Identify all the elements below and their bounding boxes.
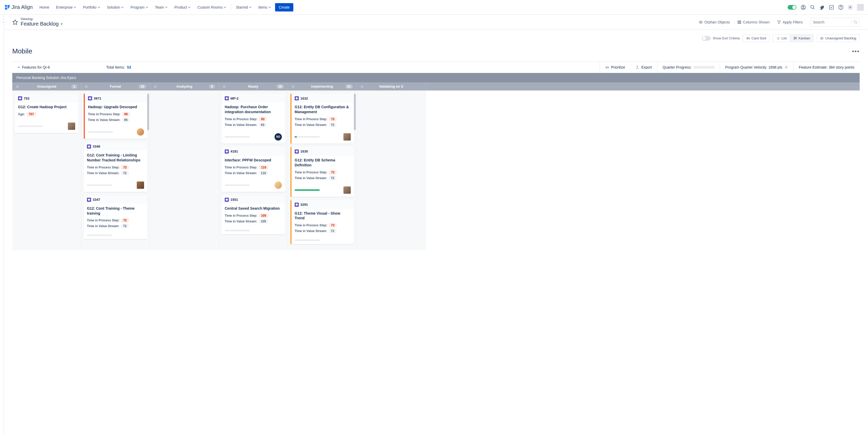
progress-bar xyxy=(225,136,250,138)
feature-card[interactable]: MP-2Hadoop: Purchase Order integration d… xyxy=(222,94,285,144)
checklist-icon[interactable] xyxy=(829,5,834,10)
column-header-funnel[interactable]: Funnel13 xyxy=(81,82,150,91)
feature-card[interactable]: 1551Central Saved Search MigrationTime i… xyxy=(222,195,285,234)
exit-criteria-label: Show Exit Criteria xyxy=(713,36,740,40)
apply-filters-button[interactable]: Apply Filters xyxy=(777,20,803,24)
search-input[interactable] xyxy=(810,18,860,27)
swimlane-header[interactable]: Personal Banking Solution Jira Epics xyxy=(12,73,860,82)
column-header-ready[interactable]: Ready18 xyxy=(219,82,288,91)
tivs-value: 95 xyxy=(122,118,130,122)
velocity-settings-icon[interactable] xyxy=(784,65,788,69)
owner-avatar[interactable] xyxy=(68,123,75,130)
search-icon[interactable] xyxy=(810,5,815,10)
view-name-dropdown[interactable]: Feature Backlog▼ xyxy=(21,21,63,27)
compress-icon[interactable] xyxy=(154,85,157,88)
nav-label: Home xyxy=(39,5,49,9)
favorite-star-button[interactable] xyxy=(12,19,18,25)
secondary-nav: Starred Items Create xyxy=(233,3,293,11)
export-button[interactable]: Export xyxy=(630,62,657,72)
feature-card[interactable]: 3347G12: Cont Training - Theme trainingT… xyxy=(84,195,147,239)
account-icon[interactable] xyxy=(801,5,806,10)
velocity-label: Program Quarter Velocity: 1898 pts xyxy=(725,65,782,69)
nav-program[interactable]: Program xyxy=(128,3,151,11)
feature-estimate: Feature Estimate: 384 story points xyxy=(794,62,860,72)
scrollbar[interactable] xyxy=(354,94,356,130)
tivs-value: 93 xyxy=(259,123,267,127)
scrollbar[interactable] xyxy=(147,94,149,130)
columns-shown-button[interactable]: Columns Shown xyxy=(737,20,770,24)
svg-point-15 xyxy=(822,38,823,39)
feature-card[interactable]: 3346G12: Cont Training - Limiting Number… xyxy=(84,142,147,192)
collapse-button[interactable]: − xyxy=(18,65,20,70)
feature-card[interactable]: 1632G12: Entity DB Configuration & Manag… xyxy=(290,94,354,144)
column-header-validating-on-s[interactable]: Validating on S xyxy=(357,82,426,91)
orphan-objects-button[interactable]: Orphan Objects xyxy=(699,20,730,24)
nav-starred[interactable]: Starred xyxy=(233,3,254,11)
column-header-unassigned[interactable]: Unassigned1 xyxy=(12,82,81,91)
owner-avatar[interactable] xyxy=(343,133,351,140)
user-avatar[interactable] xyxy=(857,4,864,11)
rail-expand-button[interactable]: › xyxy=(1,19,6,25)
presence-toggle[interactable] xyxy=(787,5,797,10)
nav-product[interactable]: Product xyxy=(172,3,193,11)
card-header: 3347 xyxy=(84,195,147,204)
card-footer xyxy=(222,228,285,234)
nav-portfolio[interactable]: Portfolio xyxy=(81,3,102,11)
compress-icon[interactable] xyxy=(291,85,294,88)
column-header-implementing[interactable]: Implementing21 xyxy=(288,82,357,91)
subheader: Viewing: Feature Backlog▼ Orphan Objects… xyxy=(4,14,868,30)
kanban-view-button[interactable]: Kanban xyxy=(790,34,814,42)
owner-avatar[interactable] xyxy=(343,187,351,194)
compress-icon[interactable] xyxy=(223,85,226,88)
progress-bar xyxy=(18,126,43,127)
card-footer xyxy=(291,237,354,244)
nav-team[interactable]: Team xyxy=(152,3,170,11)
logo[interactable]: Jira Align xyxy=(4,4,33,10)
card-size-button[interactable]: Card Size xyxy=(743,34,770,42)
compress-icon[interactable] xyxy=(85,85,88,88)
owner-avatar[interactable]: NO xyxy=(275,133,282,140)
search-icon[interactable] xyxy=(854,20,858,24)
tag-icon[interactable] xyxy=(819,5,825,10)
top-nav: Jira Align HomeEnterprisePortfolioSoluti… xyxy=(0,0,868,14)
chevron-down-icon xyxy=(249,6,252,9)
column-ready[interactable]: MP-2Hadoop: Purchase Order integration d… xyxy=(219,91,288,250)
list-label: List xyxy=(781,36,786,40)
column-analyzing[interactable] xyxy=(150,91,219,250)
column-unassigned[interactable]: 753G12: Create Hadoop ProjectAge:757 xyxy=(12,91,81,250)
owner-avatar[interactable] xyxy=(137,181,144,189)
feature-card[interactable]: 753G12: Create Hadoop ProjectAge:757 xyxy=(15,94,78,133)
create-button[interactable]: Create xyxy=(275,3,293,11)
more-menu-button[interactable]: ••• xyxy=(852,48,860,55)
prioritize-button[interactable]: Prioritize xyxy=(600,62,630,72)
help-icon[interactable] xyxy=(838,5,843,10)
feature-card[interactable]: 1630G12: Entity DB Schema DefinitionTime… xyxy=(290,147,354,197)
svg-rect-9 xyxy=(739,21,740,24)
column-implementing[interactable]: 1632G12: Entity DB Configuration & Manag… xyxy=(288,91,357,250)
compress-icon[interactable] xyxy=(361,85,364,88)
svg-point-11 xyxy=(854,21,856,23)
orphan-label: Orphan Objects xyxy=(704,20,730,24)
column-validating-on-s[interactable] xyxy=(357,91,426,250)
list-view-button[interactable]: List xyxy=(773,34,790,42)
nav-custom-rooms[interactable]: Custom Rooms xyxy=(195,3,228,11)
nav-enterprise[interactable]: Enterprise xyxy=(54,3,79,11)
nav-home[interactable]: Home xyxy=(37,3,52,11)
feature-card[interactable]: 3971Hadoop: Upgrade DescopedTime in Proc… xyxy=(84,94,147,139)
unassigned-backlog-button[interactable]: Unassigned Backlog xyxy=(816,34,860,42)
column-funnel[interactable]: 3971Hadoop: Upgrade DescopedTime in Proc… xyxy=(81,91,150,250)
card-title: G12: Cont Training - Limiting Number Tra… xyxy=(87,153,144,163)
feature-card[interactable]: 3291G12: Theme Visual - Show TrendTime i… xyxy=(290,200,354,244)
nav-items[interactable]: Items xyxy=(256,3,274,11)
tivs-value: 72 xyxy=(329,176,336,180)
feature-card[interactable]: 4181Interface: PPFW DescopedTime in Proc… xyxy=(222,147,285,192)
owner-avatar[interactable] xyxy=(275,181,282,189)
column-header-analyzing[interactable]: Analyzing0 xyxy=(150,82,219,91)
show-exit-criteria-toggle[interactable]: Show Exit Criteria xyxy=(702,36,740,41)
compress-icon[interactable] xyxy=(16,85,19,88)
settings-icon[interactable] xyxy=(848,5,853,10)
view-mode-group: List Kanban xyxy=(773,34,813,42)
nav-solution[interactable]: Solution xyxy=(104,3,127,11)
owner-avatar[interactable] xyxy=(137,128,144,136)
nav-label: Solution xyxy=(107,5,120,9)
